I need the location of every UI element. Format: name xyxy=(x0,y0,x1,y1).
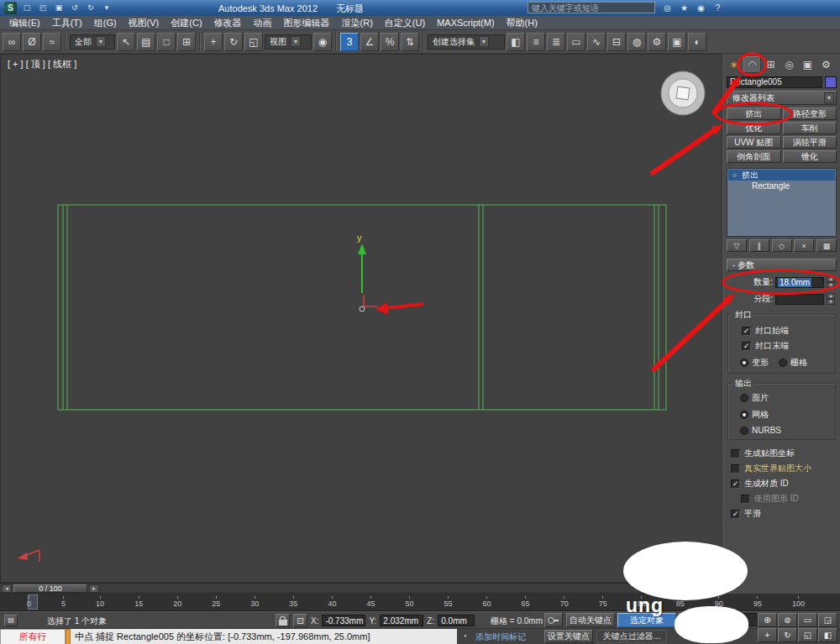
make-unique-icon[interactable]: ◇ xyxy=(772,239,792,252)
menu-item[interactable]: 编辑(E) xyxy=(3,16,46,30)
menu-item[interactable]: 组(G) xyxy=(88,16,123,30)
named-selection-sets-dropdown[interactable]: 创建选择集 ▼ xyxy=(428,34,505,50)
menu-item[interactable]: 视图(V) xyxy=(123,16,165,30)
viewcube[interactable] xyxy=(661,71,705,115)
tab-utilities[interactable]: ⚙ xyxy=(817,56,835,73)
real-world-map-size-checkbox[interactable] xyxy=(731,464,740,474)
show-end-result-icon[interactable]: ∥ xyxy=(749,239,769,252)
reference-coordinate-dropdown[interactable]: 视图 ▼ xyxy=(265,34,312,50)
field-of-view-icon[interactable]: ◱ xyxy=(798,628,817,642)
save-file-icon[interactable]: ▣ xyxy=(52,3,66,14)
object-color-swatch[interactable] xyxy=(825,76,837,88)
generate-material-ids-checkbox[interactable]: ✓ xyxy=(731,479,740,489)
transform-gizmo[interactable]: y xyxy=(357,233,377,312)
render-production-icon[interactable]: ◐ xyxy=(688,33,706,51)
set-keys-button[interactable] xyxy=(544,613,563,627)
material-editor-icon[interactable]: ◍ xyxy=(627,33,646,51)
maximize-viewport-icon[interactable]: ◧ xyxy=(818,628,837,642)
menu-item[interactable]: 工具(T) xyxy=(46,16,88,30)
parameters-rollout-header[interactable]: - 参数 xyxy=(727,259,837,271)
menu-item[interactable]: 图形编辑器 xyxy=(278,16,336,30)
mini-listener-icon[interactable]: ▤ xyxy=(4,615,18,626)
segments-spinner[interactable]: ▴▾ xyxy=(827,293,835,305)
rectangular-selection-region-icon[interactable]: □ xyxy=(157,33,176,51)
configure-modifier-sets-icon[interactable]: ▦ xyxy=(816,239,837,252)
menu-item[interactable]: 修改器 xyxy=(208,16,248,30)
zoom-region-icon[interactable]: ◲ xyxy=(818,613,837,627)
tab-display[interactable]: ▣ xyxy=(799,56,816,73)
tab-motion[interactable]: ◎ xyxy=(780,56,798,73)
info-center-search-icon[interactable]: ◎ xyxy=(661,2,674,13)
render-setup-icon[interactable]: ⚙ xyxy=(648,33,666,51)
x-coordinate-field[interactable]: -0.733mm xyxy=(322,615,365,626)
zoom-all-icon[interactable]: ⊚ xyxy=(778,613,797,627)
select-and-rotate-icon[interactable]: ↻ xyxy=(224,33,243,51)
new-file-icon[interactable]: ▢ xyxy=(20,3,34,14)
modifier-button-bevel-profile[interactable]: 倒角剖面 xyxy=(727,150,781,163)
key-filters-button[interactable]: 关键点过滤器... xyxy=(596,630,667,643)
modifier-button-optimize[interactable]: 优化 xyxy=(727,122,781,134)
y-coordinate-field[interactable]: 2.032mm xyxy=(380,615,423,626)
ribbon-toggle-icon[interactable]: ▭ xyxy=(567,33,585,51)
help-icon[interactable]: ? xyxy=(711,2,724,13)
modifier-button-lathe[interactable]: 车削 xyxy=(783,122,837,134)
app-logo-icon[interactable]: S xyxy=(4,2,17,14)
workspace-dropdown-icon[interactable]: ▾ xyxy=(100,3,113,14)
mirror-icon[interactable]: ◧ xyxy=(507,33,525,51)
patch-radio[interactable] xyxy=(740,394,748,402)
add-time-tag-button[interactable]: 添加时间标记 xyxy=(475,631,526,643)
schematic-view-icon[interactable]: ⊟ xyxy=(607,33,626,51)
align-icon[interactable]: ≡ xyxy=(527,33,545,51)
spinner-snap-icon[interactable]: ⇅ xyxy=(401,33,419,51)
curve-editor-icon[interactable]: ∿ xyxy=(587,33,606,51)
tab-modify[interactable]: ◠ xyxy=(743,56,761,73)
search-input[interactable] xyxy=(528,2,655,13)
time-slider-track[interactable]: ◄ 0 / 100 ► xyxy=(0,583,722,594)
menu-item[interactable]: 创建(C) xyxy=(165,16,207,30)
modifier-button-turbosmooth[interactable]: 涡轮平滑 xyxy=(783,136,837,149)
smooth-checkbox[interactable]: ✓ xyxy=(731,510,740,519)
select-object-icon[interactable]: ↖ xyxy=(117,33,135,51)
percent-snap-icon[interactable]: % xyxy=(381,33,399,51)
select-by-name-icon[interactable]: ▤ xyxy=(137,33,155,51)
modifier-stack-item[interactable]: ○ 挤出 xyxy=(728,170,835,181)
time-slider-thumb[interactable]: 0 / 100 xyxy=(13,584,87,593)
pin-stack-icon[interactable]: ▽ xyxy=(727,239,747,252)
window-crossing-icon[interactable]: ⊞ xyxy=(177,33,196,51)
favorites-star-icon[interactable]: ★ xyxy=(678,2,690,13)
rectangle-shape[interactable] xyxy=(58,205,666,410)
modifier-stack-item[interactable]: Rectangle xyxy=(728,181,835,191)
communication-center-icon[interactable]: ◉ xyxy=(695,2,707,13)
maxscript-listener-field[interactable]: 所有行 xyxy=(0,629,66,644)
morph-radio[interactable] xyxy=(740,359,748,367)
select-and-link-icon[interactable]: ∞ xyxy=(3,33,21,51)
cap-end-checkbox[interactable]: ✓ xyxy=(742,342,751,351)
menu-item[interactable]: 帮助(H) xyxy=(501,16,543,30)
unlink-selection-icon[interactable]: Ø xyxy=(23,33,41,51)
segments-field[interactable] xyxy=(775,294,824,305)
object-name-field[interactable]: Rectangle005 xyxy=(727,76,822,88)
angle-snap-icon[interactable]: ∠ xyxy=(360,33,379,51)
tab-hierarchy[interactable]: ⊞ xyxy=(762,56,780,73)
orbit-icon[interactable]: ↻ xyxy=(778,628,797,642)
select-and-scale-icon[interactable]: ◱ xyxy=(244,33,263,51)
pan-icon[interactable]: + xyxy=(758,628,777,642)
bind-to-space-warp-icon[interactable]: ≈ xyxy=(43,33,61,51)
modifier-button-uvw-map[interactable]: UVW 贴图 xyxy=(727,136,781,149)
z-coordinate-field[interactable]: 0.0mm xyxy=(438,615,475,626)
viewport-label[interactable]: [ + ] [ 顶 ] [ 线框 ] xyxy=(8,58,76,71)
remove-modifier-icon[interactable]: × xyxy=(794,239,814,252)
layer-manager-icon[interactable]: ≣ xyxy=(547,33,565,51)
menu-item[interactable]: 动画 xyxy=(248,16,278,30)
zoom-extents-icon[interactable]: ▭ xyxy=(798,613,817,627)
amount-field[interactable]: 18.0mm xyxy=(775,277,824,288)
open-file-icon[interactable]: ◰ xyxy=(36,3,50,14)
grid-radio[interactable] xyxy=(779,359,787,367)
rendered-frame-icon[interactable]: ▣ xyxy=(668,33,686,51)
tab-create[interactable]: ∗ xyxy=(725,56,743,73)
nurbs-radio[interactable] xyxy=(740,427,748,435)
selection-filter-dropdown[interactable]: 全部 ▼ xyxy=(70,34,115,50)
modifier-button-taper[interactable]: 锥化 xyxy=(783,150,837,163)
undo-icon[interactable]: ↺ xyxy=(68,3,81,14)
menu-item[interactable]: 渲染(R) xyxy=(336,16,379,30)
